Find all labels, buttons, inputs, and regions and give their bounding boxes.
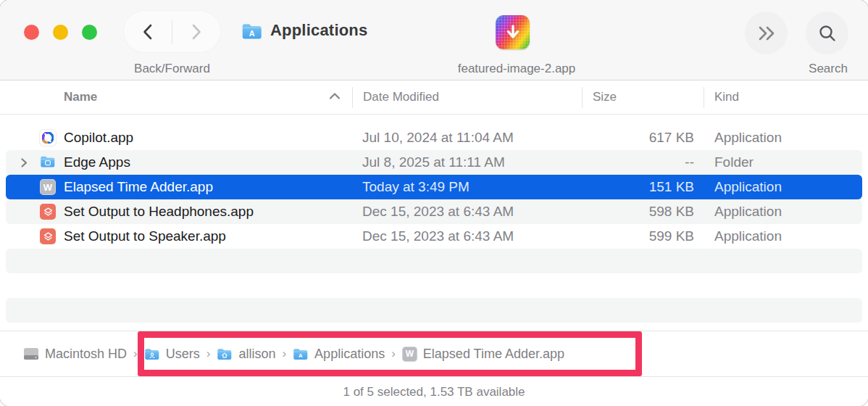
- toolbar: Back/Forward A Applications featured-ima…: [0, 0, 868, 80]
- file-name: Set Output to Headphones.app: [64, 199, 254, 224]
- applications-folder-icon: A: [241, 22, 263, 40]
- breadcrumb-label: Applications: [314, 347, 385, 362]
- empty-row: [0, 273, 868, 298]
- file-list: Copilot.app Jul 10, 2024 at 11:04 AM 617…: [0, 115, 868, 323]
- svg-text:A: A: [299, 353, 303, 360]
- file-date: Jul 10, 2024 at 11:04 AM: [362, 125, 514, 150]
- breadcrumb-label: allison: [238, 347, 275, 362]
- breadcrumb-separator: ›: [391, 347, 396, 361]
- file-size: 599 KB: [580, 224, 694, 249]
- file-size: --: [580, 150, 694, 175]
- status-bar: 1 of 5 selected, 1.53 TB available: [0, 376, 868, 406]
- featured-app-label: featured-image-2.app: [433, 62, 600, 76]
- file-name: Set Output to Speaker.app: [64, 224, 226, 249]
- file-kind: Application: [714, 125, 782, 150]
- forward-button[interactable]: [172, 11, 220, 52]
- toolbar-overflow-button[interactable]: [745, 12, 788, 54]
- users-folder-icon: [144, 347, 160, 360]
- column-header-name[interactable]: Name: [64, 80, 97, 114]
- empty-row: [0, 249, 868, 273]
- down-arrow-icon: [502, 22, 524, 44]
- table-row[interactable]: Set Output to Headphones.app Dec 15, 202…: [0, 199, 868, 224]
- column-divider[interactable]: [582, 87, 583, 108]
- breadcrumb-macintosh-hd[interactable]: Macintosh HD: [23, 347, 127, 362]
- breadcrumb-label: Users: [166, 347, 200, 362]
- copilot-icon: [40, 130, 56, 146]
- zoom-button[interactable]: [82, 25, 97, 40]
- file-size: 617 KB: [580, 125, 694, 150]
- path-bar: Macintosh HD › Users › allison › A: [0, 331, 868, 376]
- file-date: Today at 3:49 PM: [362, 175, 470, 199]
- file-size: 151 KB: [580, 175, 694, 199]
- column-header-kind[interactable]: Kind: [714, 80, 739, 114]
- breadcrumb-separator: ›: [133, 347, 138, 361]
- page-title: Applications: [270, 21, 367, 40]
- column-header-row: Name Date Modified Size Kind: [0, 80, 868, 115]
- home-folder-icon: [217, 347, 233, 360]
- file-name: Copilot.app: [64, 125, 133, 150]
- table-row[interactable]: Set Output to Speaker.app Dec 15, 2023 a…: [0, 224, 868, 249]
- column-divider[interactable]: [352, 87, 353, 108]
- table-row[interactable]: Edge Apps Jul 8, 2025 at 11:11 AM -- Fol…: [0, 150, 868, 175]
- window-title: A Applications: [241, 21, 367, 40]
- w-app-icon: W: [40, 179, 56, 195]
- breadcrumb-label: Macintosh HD: [45, 347, 127, 362]
- applications-folder-icon: A: [293, 347, 309, 360]
- window-controls: [24, 25, 97, 40]
- file-kind: Folder: [714, 150, 754, 175]
- empty-row: [0, 298, 868, 323]
- file-kind: Application: [714, 175, 782, 199]
- featured-app-icon[interactable]: [496, 15, 530, 49]
- svg-text:A: A: [249, 29, 255, 38]
- table-row-selected[interactable]: W Elapsed Time Adder.app Today at 3:49 P…: [0, 175, 868, 199]
- file-name: Elapsed Time Adder.app: [64, 175, 213, 199]
- close-button[interactable]: [24, 25, 39, 40]
- back-button[interactable]: [124, 11, 172, 52]
- search-label: Search: [799, 62, 857, 76]
- breadcrumb-applications[interactable]: A Applications: [293, 347, 385, 362]
- chevron-left-icon: [140, 22, 156, 41]
- w-app-icon: W: [402, 347, 417, 362]
- file-date: Dec 15, 2023 at 6:43 AM: [362, 224, 514, 249]
- chevron-right-icon: [188, 22, 204, 41]
- breadcrumb-label: Elapsed Time Adder.app: [423, 347, 564, 362]
- back-forward-control: [124, 11, 220, 52]
- drive-icon: [23, 347, 39, 360]
- shortcuts-icon: [40, 228, 56, 244]
- file-date: Dec 15, 2023 at 6:43 AM: [362, 199, 514, 224]
- finder-window: Back/Forward A Applications featured-ima…: [0, 0, 868, 406]
- breadcrumb-users[interactable]: Users: [144, 347, 200, 362]
- disclosure-chevron-icon[interactable]: [20, 157, 28, 168]
- file-kind: Application: [714, 224, 782, 249]
- table-row[interactable]: Copilot.app Jul 10, 2024 at 11:04 AM 617…: [0, 125, 868, 150]
- shortcuts-icon: [40, 204, 56, 220]
- search-icon: [817, 23, 838, 44]
- minimize-button[interactable]: [53, 25, 68, 40]
- file-date: Jul 8, 2025 at 11:11 AM: [362, 150, 505, 175]
- back-forward-label: Back/Forward: [124, 62, 220, 76]
- sort-ascending-icon: [328, 91, 341, 102]
- file-name: Edge Apps: [64, 150, 130, 175]
- column-header-date-modified[interactable]: Date Modified: [363, 80, 439, 114]
- breadcrumb-elapsed-time-adder[interactable]: W Elapsed Time Adder.app: [402, 347, 564, 362]
- file-kind: Application: [714, 199, 782, 224]
- chevrons-right-icon: [756, 24, 777, 43]
- column-divider[interactable]: [704, 87, 704, 108]
- file-size: 598 KB: [580, 199, 694, 224]
- folder-icon: [40, 154, 56, 170]
- breadcrumb-separator: ›: [282, 347, 286, 361]
- status-text: 1 of 5 selected, 1.53 TB available: [343, 385, 525, 399]
- column-header-size[interactable]: Size: [593, 80, 617, 114]
- breadcrumb-separator: ›: [206, 347, 211, 361]
- search-button[interactable]: [806, 12, 848, 54]
- breadcrumb-home[interactable]: allison: [217, 347, 275, 362]
